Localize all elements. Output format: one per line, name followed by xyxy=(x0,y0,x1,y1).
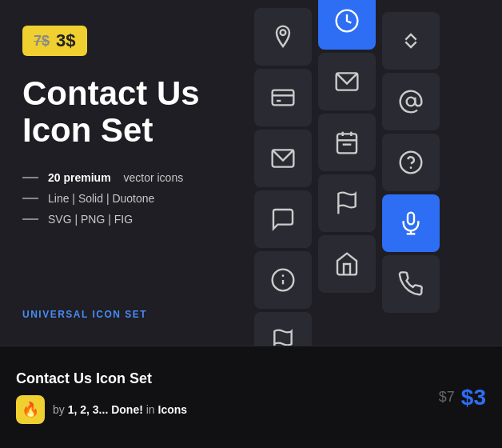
phone-icon xyxy=(398,271,424,297)
envelope-icon xyxy=(270,146,296,171)
envelope-small-icon-cell xyxy=(318,53,376,110)
svg-rect-10 xyxy=(337,134,357,153)
info-circle-icon xyxy=(270,267,296,293)
phone-icon-cell xyxy=(382,255,440,313)
envelope-icon-cell xyxy=(254,130,312,187)
flag-icon-cell xyxy=(254,312,312,346)
bottom-meta: 🔥 by 1, 2, 3... Done! in Icons xyxy=(16,395,439,424)
svg-point-16 xyxy=(407,98,416,106)
bottom-price-new: $3 xyxy=(461,385,486,410)
icon-column-2 xyxy=(318,0,376,293)
card-left-content: 7$ 3$ Contact Us Icon Set 20 premium vec… xyxy=(0,0,264,346)
at-sign-icon xyxy=(398,89,424,114)
arrows-updown-icon-cell xyxy=(382,12,440,70)
avatar: 🔥 xyxy=(16,395,45,424)
author-prefix: by xyxy=(53,403,68,416)
clock-icon xyxy=(334,8,360,34)
flag-icon xyxy=(270,328,296,346)
price-badge: 7$ 3$ xyxy=(22,26,87,56)
card-title: Contact Us Icon Set xyxy=(22,75,241,149)
clock-icon-cell xyxy=(318,0,376,50)
calendar-icon xyxy=(334,130,360,155)
icon-column-1 xyxy=(254,8,312,346)
microphone-icon xyxy=(398,210,424,236)
bottom-bar: Contact Us Icon Set 🔥 by 1, 2, 3... Done… xyxy=(0,346,502,448)
feature-list: 20 premium vector icons Line | Solid | D… xyxy=(22,171,241,226)
bottom-title: Contact Us Icon Set xyxy=(16,370,439,387)
location-icon-cell xyxy=(254,8,312,66)
at-sign-icon-cell xyxy=(382,73,440,130)
bottom-author: by 1, 2, 3... Done! in Icons xyxy=(53,403,187,416)
bottom-left: Contact Us Icon Set 🔥 by 1, 2, 3... Done… xyxy=(16,370,439,424)
location-pin-icon xyxy=(270,24,296,50)
author-name: 1, 2, 3... Done! xyxy=(68,403,143,416)
envelope-small-icon xyxy=(334,69,360,94)
product-card: 7$ 3$ Contact Us Icon Set 20 premium vec… xyxy=(0,0,502,346)
question-icon xyxy=(398,150,424,175)
flag-small-icon xyxy=(334,190,360,216)
category-label: Icons xyxy=(158,403,188,416)
credit-card-icon xyxy=(270,85,296,110)
card-icon-grid xyxy=(254,0,502,346)
new-price: 3$ xyxy=(56,30,75,51)
microphone-icon-cell xyxy=(382,194,440,252)
svg-point-17 xyxy=(400,152,422,174)
question-icon-cell xyxy=(382,134,440,191)
icon-column-3 xyxy=(382,12,440,313)
brand-label: UNIVERSAL ICON SET xyxy=(22,309,241,320)
old-price: 7$ xyxy=(34,33,50,50)
svg-rect-0 xyxy=(273,90,294,106)
flag-small-icon-cell xyxy=(318,174,376,232)
home-small-icon xyxy=(334,251,360,277)
chat-bubble-icon-cell xyxy=(254,190,312,248)
in-text: in xyxy=(143,403,158,416)
info-circle-icon-cell xyxy=(254,251,312,309)
chat-bubble-icon xyxy=(270,206,296,232)
arrows-updown-icon xyxy=(398,28,424,54)
calendar-icon-cell xyxy=(318,114,376,171)
feature-item-3: SVG | PNG | FIG xyxy=(22,213,241,226)
bottom-price-old: $7 xyxy=(439,389,455,406)
svg-rect-19 xyxy=(408,213,414,225)
feature-item-2: Line | Solid | Duotone xyxy=(22,192,241,205)
bottom-price: $7 $3 xyxy=(439,385,486,410)
home-small-icon-cell xyxy=(318,235,376,293)
feature-item-1: 20 premium vector icons xyxy=(22,171,241,184)
credit-card-icon-cell xyxy=(254,69,312,126)
